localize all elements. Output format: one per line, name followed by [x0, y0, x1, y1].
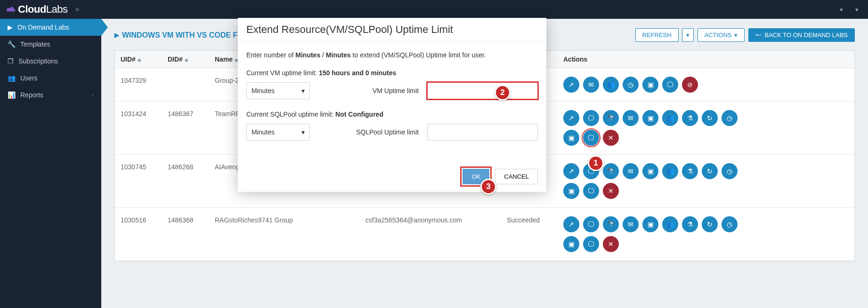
users-action[interactable]: 👥	[662, 216, 678, 232]
mail-action[interactable]: ✉	[583, 77, 599, 93]
users-icon: 👥	[8, 74, 16, 82]
cash-action[interactable]: ▣	[642, 110, 658, 126]
clock-action[interactable]: ◷	[623, 77, 639, 93]
binoculars-action[interactable]: 🔭	[603, 216, 619, 232]
binoculars-action[interactable]: 🔭	[603, 163, 619, 179]
launch-action[interactable]: ↗	[563, 110, 579, 126]
monitor-action[interactable]: 🖵	[583, 216, 599, 232]
brand-text: CloudLabs	[18, 3, 68, 16]
chevron-down-icon: ▾	[301, 128, 305, 136]
sidebar-item-reports[interactable]: 📊 Reports ‹	[0, 87, 101, 103]
mail-action[interactable]: ✉	[623, 216, 639, 232]
cancel-button[interactable]: CANCEL	[495, 169, 538, 184]
play-icon: ▶	[8, 24, 13, 31]
refresh-button[interactable]: REFRESH	[635, 28, 679, 42]
cell-uid: 1047329	[115, 68, 162, 102]
vm-caption: Current VM uptime limit: 150 hours and 0…	[246, 69, 538, 77]
ban-action[interactable]: ⊘	[682, 77, 698, 93]
refresh-action[interactable]: ↻	[702, 216, 718, 232]
cash-action[interactable]: ▣	[563, 236, 579, 252]
cash-action[interactable]: ▣	[642, 163, 658, 179]
sidebar-item-on-demand-labs[interactable]: ▶ On Demand Labs	[0, 19, 101, 36]
chart-icon: 📊	[8, 91, 16, 99]
cell-uid: 1030745	[115, 155, 162, 208]
users-action[interactable]: 👥	[662, 110, 678, 126]
annotation-1: 1	[588, 155, 604, 171]
col-actions: Actions	[558, 51, 854, 68]
flask-action[interactable]: ⚗	[682, 216, 698, 232]
annotation-3: 3	[480, 179, 496, 195]
refresh-dropdown[interactable]: ▾	[682, 28, 694, 42]
user-menu[interactable]: ▾	[852, 4, 862, 15]
vm-unit-select[interactable]: Minutes▾	[246, 82, 310, 99]
vm-uptime-label: VM Uptime limit	[318, 87, 419, 95]
cell-uid: 1030516	[115, 208, 162, 261]
cash-action[interactable]: ▣	[642, 216, 658, 232]
brand-logo: CloudLabs	[6, 3, 68, 16]
sidebar-item-label: Reports	[20, 91, 43, 99]
chevron-down-icon: ▾	[301, 87, 305, 95]
sql-uptime-label: SQLPool Uptime limit	[318, 128, 419, 136]
sidebar-item-label: On Demand Labs	[17, 24, 69, 31]
refresh-action[interactable]: ↻	[702, 110, 718, 126]
tenant-menu[interactable]: ▾	[836, 4, 847, 15]
vm-uptime-input[interactable]	[427, 82, 538, 99]
launch-action[interactable]: ↗	[563, 216, 579, 232]
flask-action[interactable]: ⚗	[682, 110, 698, 126]
refresh-action[interactable]: ↻	[702, 163, 718, 179]
cash-action[interactable]: ▣	[642, 77, 658, 93]
chevron-left-icon: ‹	[92, 93, 94, 98]
monitor-action[interactable]: 🖵	[583, 110, 599, 126]
modal-intro: Enter number of Minutes / Minutes to ext…	[246, 51, 538, 59]
col-uid[interactable]: UID#◆	[115, 51, 162, 68]
binoculars-action[interactable]: 🔭	[603, 110, 619, 126]
actions-button[interactable]: ACTIONS ▾	[698, 28, 745, 42]
sidebar-item-subscriptions[interactable]: ❐ Subscriptions	[0, 53, 101, 70]
hamburger-icon[interactable]: ≡	[75, 6, 79, 13]
sidebar-item-label: Subscriptions	[18, 57, 58, 65]
sidebar-item-label: Templates	[20, 40, 50, 48]
close-action[interactable]: ✕	[603, 183, 619, 199]
app-header: CloudLabs ≡ ▾ ▾	[0, 0, 868, 19]
table-row: 10305161486368RAGstoRiches9741 Groupcsf3…	[115, 208, 854, 261]
launch-action[interactable]: ↗	[563, 163, 579, 179]
cloud-icon	[6, 6, 16, 13]
cell-did	[162, 68, 209, 102]
wrench-icon: 🔧	[8, 40, 16, 48]
sidebar-item-label: Users	[20, 74, 38, 82]
users-action[interactable]: 👥	[662, 163, 678, 179]
clock-action[interactable]: ◷	[722, 216, 738, 232]
close-action[interactable]: ✕	[603, 130, 619, 146]
triangle-right-icon: ▶	[114, 32, 119, 39]
cash-action[interactable]: ▣	[563, 130, 579, 146]
close-action[interactable]: ✕	[603, 236, 619, 252]
layers-icon: ❐	[8, 57, 14, 65]
cell-uid: 1031424	[115, 102, 162, 155]
cell-name: RAGstoRiches9741 Group	[209, 208, 360, 261]
col-did[interactable]: DID#◆	[162, 51, 209, 68]
cell-did: 1486368	[162, 208, 209, 261]
clock-action[interactable]: ◷	[722, 163, 738, 179]
page-title[interactable]: ▶ WINDOWS VM WITH VS CODE F	[114, 31, 237, 39]
monitor-action[interactable]: 🖵	[583, 236, 599, 252]
sidebar-item-templates[interactable]: 🔧 Templates	[0, 36, 101, 53]
sidebar: ▶ On Demand Labs 🔧 Templates ❐ Subscript…	[0, 19, 101, 308]
monitor-action[interactable]: 🖵	[583, 130, 599, 146]
cell-status: Succeeded	[501, 208, 558, 261]
monitor-action[interactable]: 🖵	[583, 183, 599, 199]
sidebar-item-users[interactable]: 👥 Users	[0, 70, 101, 87]
sql-unit-select[interactable]: Minutes▾	[246, 124, 310, 141]
flask-action[interactable]: ⚗	[682, 163, 698, 179]
cash-action[interactable]: ▣	[563, 183, 579, 199]
header-right: ▾ ▾	[836, 4, 862, 15]
cell-did: 1486367	[162, 102, 209, 155]
cell-did: 1486268	[162, 155, 209, 208]
mail-action[interactable]: ✉	[623, 110, 639, 126]
back-button[interactable]: 🡐 BACK TO ON DEMAND LABS	[748, 28, 855, 42]
users-action[interactable]: 👥	[603, 77, 619, 93]
mail-action[interactable]: ✉	[623, 163, 639, 179]
monitor-action[interactable]: 🖵	[662, 77, 678, 93]
clock-action[interactable]: ◷	[722, 110, 738, 126]
sql-uptime-input[interactable]	[427, 124, 538, 141]
launch-action[interactable]: ↗	[563, 77, 579, 93]
